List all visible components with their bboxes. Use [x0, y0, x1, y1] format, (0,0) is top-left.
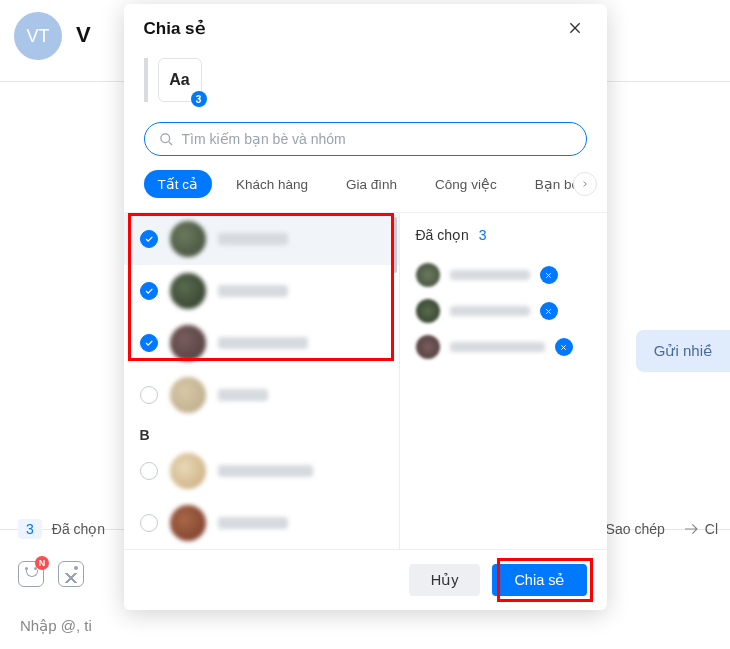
contact-row[interactable] [124, 369, 399, 421]
search-box[interactable] [144, 122, 587, 156]
contact-list[interactable]: B [124, 213, 400, 549]
search-wrapper [124, 122, 607, 156]
contact-avatar [170, 453, 206, 489]
selected-name [450, 342, 545, 352]
contact-avatar [170, 377, 206, 413]
selected-item [416, 293, 591, 329]
selected-item [416, 257, 591, 293]
search-input[interactable] [182, 131, 572, 147]
checkbox-unchecked[interactable] [140, 514, 158, 532]
remove-selected-button[interactable] [555, 338, 573, 356]
close-icon [567, 20, 583, 36]
selected-count: 3 [479, 227, 487, 243]
modal-overlay: Chia sẻ Aa 3 Tất cả Khách hàng Gia đình … [0, 0, 730, 649]
selected-avatar [416, 299, 440, 323]
attachment-count-badge: 3 [191, 91, 207, 107]
scrollbar[interactable] [393, 217, 397, 273]
contact-avatar [170, 505, 206, 541]
selected-heading: Đã chọn 3 [416, 227, 591, 243]
contact-avatar [170, 325, 206, 361]
contact-name [218, 517, 288, 529]
checkbox-checked[interactable] [140, 334, 158, 352]
remove-selected-button[interactable] [540, 266, 558, 284]
contact-name [218, 389, 268, 401]
contact-row[interactable] [124, 213, 399, 265]
quote-bar [144, 58, 148, 102]
message-preview-row: Aa 3 [124, 52, 607, 122]
checkbox-unchecked[interactable] [140, 386, 158, 404]
selected-avatar [416, 335, 440, 359]
scroll-filters-right[interactable] [573, 172, 597, 196]
filter-reply[interactable]: Trả lời s [603, 170, 607, 198]
contact-name [218, 465, 313, 477]
contact-avatar [170, 273, 206, 309]
text-format-icon[interactable]: Aa 3 [158, 58, 202, 102]
filter-all[interactable]: Tất cả [144, 170, 213, 198]
selected-name [450, 270, 530, 280]
cancel-button[interactable]: Hủy [409, 564, 481, 596]
contact-row[interactable] [124, 317, 399, 369]
checkbox-checked[interactable] [140, 282, 158, 300]
close-button[interactable] [563, 16, 587, 40]
filter-customers[interactable]: Khách hàng [222, 171, 322, 198]
search-icon [159, 132, 174, 147]
selected-name [450, 306, 530, 316]
selected-panel: Đã chọn 3 [400, 213, 607, 549]
modal-body: B Đã chọn 3 [124, 213, 607, 549]
contact-row[interactable] [124, 497, 399, 549]
chevron-right-icon [580, 179, 590, 189]
modal-footer: Hủy Chia sẻ [124, 549, 607, 610]
contact-name [218, 337, 308, 349]
selected-avatar [416, 263, 440, 287]
checkbox-checked[interactable] [140, 230, 158, 248]
modal-title: Chia sẻ [144, 18, 205, 39]
modal-header: Chia sẻ [124, 4, 607, 52]
svg-point-0 [160, 133, 169, 142]
contact-name [218, 233, 288, 245]
filter-chips: Tất cả Khách hàng Gia đình Công việc Bạn… [124, 156, 607, 213]
selected-item [416, 329, 591, 365]
contact-name [218, 285, 288, 297]
section-letter-b: B [124, 421, 399, 445]
filter-work[interactable]: Công việc [421, 170, 511, 198]
share-button[interactable]: Chia sẻ [492, 564, 586, 596]
share-modal: Chia sẻ Aa 3 Tất cả Khách hàng Gia đình … [124, 4, 607, 610]
checkbox-unchecked[interactable] [140, 462, 158, 480]
contact-row[interactable] [124, 445, 399, 497]
contact-avatar [170, 221, 206, 257]
filter-family[interactable]: Gia đình [332, 171, 411, 198]
contact-row[interactable] [124, 265, 399, 317]
remove-selected-button[interactable] [540, 302, 558, 320]
